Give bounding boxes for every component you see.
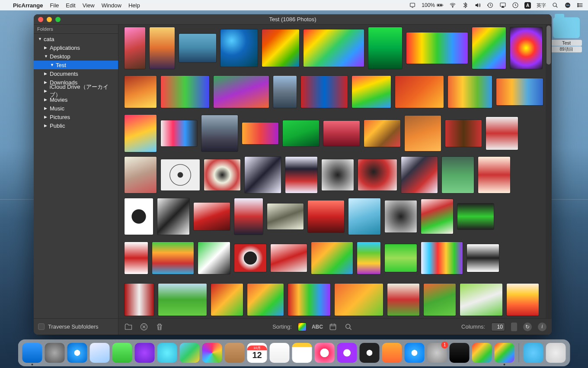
cancel-icon[interactable] — [139, 322, 149, 332]
scrollbar-thumb[interactable] — [546, 26, 551, 65]
thumbnail[interactable] — [472, 27, 506, 69]
thumbnail[interactable] — [460, 284, 502, 316]
thumbnail[interactable] — [357, 242, 380, 274]
thumbnail[interactable] — [406, 32, 468, 64]
dock-books-icon[interactable] — [382, 343, 402, 363]
dock-messages2-icon[interactable] — [157, 343, 177, 363]
dock-mail-icon[interactable] — [90, 343, 110, 363]
info-button[interactable]: i — [538, 323, 546, 331]
thumbnail[interactable] — [486, 117, 518, 150]
thumbnail[interactable] — [220, 29, 258, 67]
chevron-right-icon[interactable]: ▶ — [44, 45, 48, 50]
thumbnail[interactable] — [311, 242, 353, 274]
thumbnail[interactable] — [273, 76, 297, 108]
dock-messages-icon[interactable] — [112, 343, 132, 363]
refresh-button[interactable]: ↻ — [523, 323, 532, 331]
chevron-right-icon[interactable]: ▶ — [44, 106, 48, 110]
traverse-checkbox[interactable] — [38, 323, 45, 330]
thumbnail[interactable] — [194, 203, 230, 230]
thumbnail[interactable] — [271, 244, 307, 272]
thumbnail[interactable] — [245, 157, 281, 193]
sort-date-button[interactable] — [328, 322, 338, 332]
thumbnail[interactable] — [125, 284, 154, 316]
dock-activity-icon[interactable] — [450, 343, 470, 363]
thumbnail[interactable] — [421, 199, 453, 234]
app-menu[interactable]: PicArrange — [13, 2, 43, 9]
spotlight-icon[interactable] — [552, 2, 559, 9]
menu-file[interactable]: File — [50, 2, 59, 9]
dock-reminders-icon[interactable] — [270, 343, 290, 363]
thumbnail[interactable] — [421, 242, 463, 274]
thumbnail[interactable] — [424, 284, 456, 316]
thumbnail[interactable] — [179, 34, 216, 62]
tree-item[interactable]: ▼Test — [34, 61, 118, 69]
dock-launchpad-icon[interactable] — [45, 343, 65, 363]
thumbnail[interactable] — [496, 78, 543, 105]
thumbnail[interactable] — [448, 76, 492, 108]
siri-icon[interactable] — [564, 2, 571, 9]
thumbnail[interactable] — [158, 284, 207, 316]
sort-name-button[interactable]: ABC — [313, 322, 322, 332]
battery-status[interactable]: 100% — [422, 2, 444, 9]
thumbnail[interactable] — [323, 121, 360, 146]
thumbnail[interactable] — [401, 157, 438, 193]
dock-settings-icon[interactable]: 1 — [427, 343, 447, 363]
tree-item[interactable]: ▶Music — [34, 104, 118, 113]
notification-center-icon[interactable] — [577, 2, 584, 9]
thumbnail[interactable] — [214, 76, 269, 108]
dock-photos-icon[interactable] — [202, 343, 222, 363]
thumbnail[interactable] — [285, 157, 317, 193]
dock-pixelmator-icon[interactable] — [135, 343, 155, 363]
thumbnail[interactable] — [322, 159, 354, 190]
thumbnail[interactable] — [507, 284, 539, 316]
thumbnail[interactable] — [125, 198, 153, 235]
thumbnail[interactable] — [262, 29, 299, 67]
thumbnail[interactable] — [467, 244, 499, 272]
menu-help[interactable]: Help — [128, 2, 140, 9]
dock-contacts-icon[interactable] — [225, 343, 245, 363]
chevron-right-icon[interactable]: ▶ — [44, 80, 48, 84]
dock-notes-icon[interactable] — [292, 343, 312, 363]
chevron-down-icon[interactable]: ▼ — [38, 37, 42, 41]
chevron-down-icon[interactable]: ▼ — [44, 54, 48, 58]
thumbnail[interactable] — [368, 27, 402, 69]
thumbnail[interactable] — [385, 200, 417, 232]
tree-item[interactable]: ▶Public — [34, 121, 118, 130]
sidecar-icon[interactable] — [409, 2, 416, 9]
volume-icon[interactable] — [474, 2, 481, 9]
chevron-right-icon[interactable]: ▶ — [44, 89, 48, 93]
dock-downloads-icon[interactable] — [524, 343, 543, 363]
dock-safari-icon[interactable] — [67, 343, 87, 363]
thumbnail[interactable] — [150, 27, 175, 69]
thumbnail[interactable] — [442, 157, 474, 193]
thumbnail[interactable] — [198, 242, 230, 274]
sort-color-button[interactable] — [298, 323, 307, 331]
chevron-right-icon[interactable]: ▶ — [44, 123, 48, 128]
close-button[interactable] — [38, 17, 43, 22]
dock-calendar-icon[interactable]: 10月12 — [247, 343, 267, 363]
bluetooth-icon[interactable] — [462, 2, 469, 9]
menu-edit[interactable]: Edit — [66, 2, 75, 9]
fullscreen-button[interactable] — [55, 17, 61, 22]
thumbnail[interactable] — [267, 203, 304, 229]
thumbnail[interactable] — [385, 244, 417, 272]
thumbnail[interactable] — [445, 120, 482, 147]
thumbnail[interactable] — [335, 284, 383, 316]
vertical-scrollbar[interactable] — [546, 25, 552, 318]
reveal-folder-icon[interactable] — [124, 322, 133, 332]
dock-appstore-icon[interactable] — [405, 343, 425, 363]
menu-view[interactable]: View — [83, 2, 95, 9]
tree-item[interactable]: ▶Pictures — [34, 113, 118, 121]
thumbnail[interactable] — [478, 157, 510, 193]
thumbnail[interactable] — [457, 203, 494, 229]
thumbnail[interactable] — [364, 120, 400, 147]
thumbnail[interactable] — [301, 76, 348, 108]
titlebar[interactable]: Test (1086 Photos) — [34, 14, 552, 25]
thumbnail-grid[interactable] — [118, 25, 552, 318]
chevron-down-icon[interactable]: ▼ — [50, 63, 54, 67]
chevron-right-icon[interactable]: ▶ — [44, 97, 48, 102]
search-icon[interactable] — [344, 322, 353, 332]
menu-window[interactable]: Window — [102, 2, 121, 9]
thumbnail[interactable] — [157, 198, 189, 235]
thumbnail[interactable] — [125, 115, 157, 152]
